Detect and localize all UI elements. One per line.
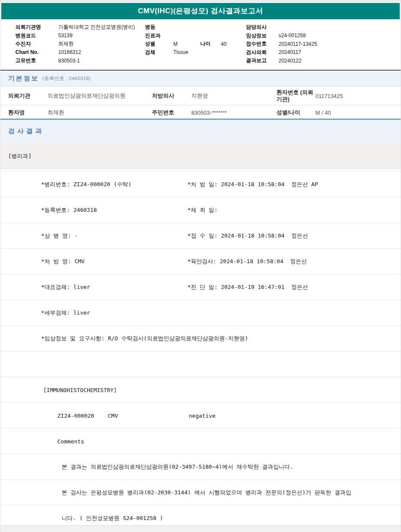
basic-info-row: 환자명최재환주민번호830503-*******성별/나이M / 40 [0, 105, 401, 119]
top-strip [0, 0, 401, 3]
result-rows: *병리번호: ZI24-000020 (수탁)*처 방 일: 2024-01-1… [0, 169, 401, 531]
basic-info-row: 의뢰기관의료법인삼광의료재단삼광의원처방의사지현영환자번호 (의뢰기관)0117… [0, 86, 401, 105]
basic-field-label: 환자번호 (의뢰기관) [276, 89, 313, 103]
result-cell: Comments [57, 438, 84, 444]
result-row: 본 결과는 의료법인삼광의료재단삼광의원(02-3497-5180~4)에서 재… [0, 454, 401, 480]
basic-field-value: M / 40 [315, 109, 331, 116]
result-row: ZI24-000020CMVnegative [0, 403, 401, 428]
patient-header-row: 의뢰기관명가톨릭대학교 인천성모병원(병리) [15, 23, 135, 32]
patient-header-row: 임상정보s24-001258 [246, 32, 317, 40]
footer-strip [0, 525, 401, 532]
result-cell: *진 단 일: 2024-01-19 16:47:01 정은선 [187, 283, 308, 291]
basic-field-label: 주민번호 [152, 109, 189, 116]
result-cell: 본 결과는 의료법인삼광의료재단삼광의원(02-3497-5180~4)에서 재… [62, 463, 293, 471]
department-band: [병리과] [0, 143, 401, 169]
report-title: CMV(IHC)(은평성모) 검사결과보고서 [138, 7, 263, 15]
patient-header-left-column: 의뢰기관명가톨릭대학교 인천성모병원(병리)병원코드53139수진자최재환Cha… [15, 23, 135, 65]
result-row: *상 병 명: -*접 수 일: 2024-01-18 10:58:04 정은선 [0, 223, 401, 249]
basic-field-value: 최재환 [48, 109, 64, 116]
patient-field-value: 20240122 [279, 58, 301, 64]
patient-field-label: 병원코드 [15, 32, 58, 39]
basic-info-registration-number: (등록번호 : 2460318) [42, 75, 91, 82]
patient-header-row: 진료과 [145, 32, 248, 40]
result-row: Comments [0, 428, 401, 454]
result-cell: *처 방 일: 2024-01-18 10:58:04 정은선 AP [187, 181, 318, 188]
basic-field-label: 의뢰기관 [8, 92, 45, 99]
patient-header-row: Chart No.10166312 [15, 48, 135, 57]
patient-field-label: Chart No. [15, 49, 58, 55]
result-cell: CMV [108, 412, 118, 419]
result-row: *등록번호: 2460318*채 취 일: [0, 197, 401, 223]
patient-header-row: 고유번호830503-1 [15, 56, 135, 65]
patient-field-label: 나이 [200, 40, 221, 48]
result-row: *대표검체: liver*진 단 일: 2024-01-19 16:47:01 … [0, 274, 401, 300]
results-title: 검 사 결 과 [8, 127, 42, 135]
result-row: 본 검사는 은평성모병원 병리과(02-2030-3144) 에서 시행되었으며… [0, 480, 401, 505]
patient-header-row: 검사의뢰20240117 [246, 48, 317, 57]
basic-field-value: 830503-******* [191, 109, 227, 116]
patient-field-value: 20240117-13425 [279, 41, 317, 47]
basic-info-section-header: 기본정보 (등록번호 : 2460318) [0, 71, 401, 86]
patient-header-row: 결과보고20240122 [246, 56, 317, 65]
result-cell: *대표검체: liver [41, 283, 90, 291]
result-row: [IMMUNOHISTOCHEMISTRY] [0, 377, 401, 403]
patient-header-row: 성별M나이40 [145, 40, 248, 48]
patient-field-label: 검체 [145, 49, 173, 56]
basic-field-value: 의료법인삼광의료재단삼광의원 [48, 92, 125, 100]
patient-field-value: 40 [221, 41, 248, 47]
department-label: [병리과] [8, 152, 32, 160]
patient-header-row: 병동 [145, 23, 248, 32]
result-cell: *병리번호: ZI24-000020 (수탁) [41, 181, 131, 188]
result-cell: *임상정보 및 요구사항: R/O 수탁검사(의료법인삼광의료재단삼광의원-지현… [41, 335, 248, 342]
basic-field-label: 환자명 [8, 109, 45, 116]
patient-field-label: 진료과 [145, 32, 173, 39]
results-section-header: 검 사 결 과 [0, 120, 401, 143]
result-cell: *접 수 일: 2024-01-18 10:58:04 정은선 [187, 232, 308, 240]
patient-field-label: 의뢰기관명 [15, 24, 58, 31]
result-cell: negative [189, 412, 216, 419]
patient-field-label: 담당의사 [246, 24, 279, 31]
basic-info-title: 기본정보 [8, 74, 39, 83]
basic-field-label: 처방의사 [152, 92, 189, 99]
patient-field-value: s24-001258 [279, 33, 306, 39]
result-row: *세부검체: liver [0, 300, 401, 326]
patient-field-value: M [173, 41, 200, 47]
result-cell: 본 검사는 은평성모병원 병리과(02-2030-3144) 에서 시행되었으며… [62, 489, 351, 496]
patient-field-value: 10166312 [58, 49, 81, 55]
result-cell: [IMMUNOHISTOCHEMISTRY] [43, 386, 117, 393]
patient-header-row: 수진자최재환 [15, 40, 135, 48]
report-page: CMV(IHC)(은평성모) 검사결과보고서 의뢰기관명가톨릭대학교 인천성모병… [0, 0, 401, 532]
patient-field-value: 20240117 [279, 49, 301, 55]
result-cell: *세부검체: liver [41, 309, 90, 317]
patient-field-label: 수진자 [15, 40, 58, 48]
patient-field-value: 가톨릭대학교 인천성모병원(병리) [58, 24, 135, 31]
result-cell: 니다. ( 인천성모병원 S24-001258 ) [62, 514, 163, 522]
patient-field-label: 성별 [145, 40, 173, 48]
result-row [0, 351, 401, 377]
patient-field-label: 임상정보 [246, 32, 279, 39]
patient-field-label: 고유번호 [15, 57, 58, 64]
patient-header-row: 담당의사 [246, 23, 317, 32]
result-cell: ZI24-000020 [57, 412, 94, 419]
result-cell: *상 병 명: - [41, 232, 78, 240]
patient-header: 의뢰기관명가톨릭대학교 인천성모병원(병리)병원코드53139수진자최재환Cha… [0, 20, 401, 70]
result-cell: *육안검사: 2024-01-18 10:58:04 정은선 [187, 258, 307, 265]
result-cell: *채 취 일: [187, 206, 217, 214]
basic-info-table: 의뢰기관의료법인삼광의료재단삼광의원처방의사지현영환자번호 (의뢰기관)0117… [0, 86, 401, 119]
basic-field-value: 지현영 [191, 92, 208, 100]
patient-field-value: 최재환 [58, 40, 74, 48]
patient-field-label: 결과보고 [246, 57, 279, 64]
result-cell: *등록번호: 2460318 [41, 206, 97, 214]
patient-field-value: Tissue [173, 49, 200, 55]
patient-header-row: 접수번호20240117-13425 [246, 40, 317, 48]
basic-field-label: 성별/나이 [276, 109, 313, 116]
result-row: *처 방 명: CMV*육안검사: 2024-01-18 10:58:04 정은… [0, 249, 401, 274]
patient-header-row: 검체Tissue [145, 48, 248, 57]
patient-header-right-column: 담당의사임상정보s24-001258접수번호20240117-13425검사의뢰… [246, 23, 317, 65]
patient-field-label: 병동 [145, 24, 173, 31]
basic-field-value: 011713425 [315, 92, 343, 99]
patient-field-label: 검사의뢰 [246, 49, 279, 56]
patient-header-row: 병원코드53139 [15, 32, 135, 40]
report-title-bar: CMV(IHC)(은평성모) 검사결과보고서 [1, 3, 400, 19]
patient-field-label: 접수번호 [246, 40, 279, 48]
